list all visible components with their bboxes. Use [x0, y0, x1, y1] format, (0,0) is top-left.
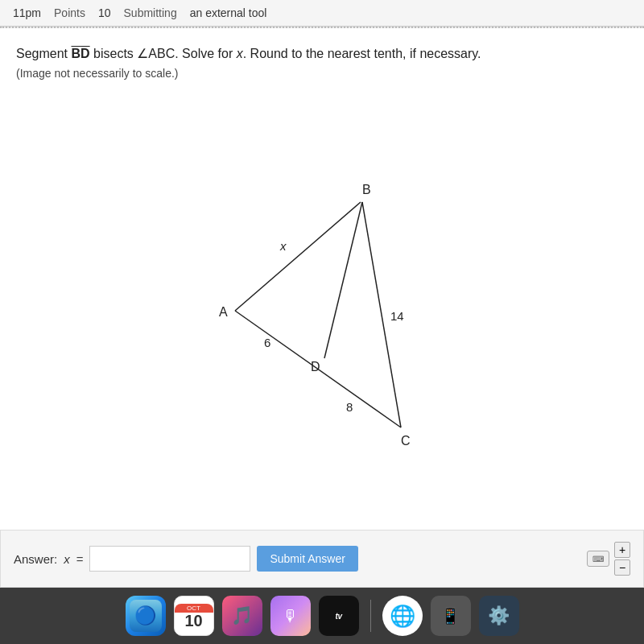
label-A: A	[219, 305, 228, 319]
angle-label: ∠ABC	[137, 47, 175, 60]
dock-browser[interactable]: 🌐	[382, 596, 423, 636]
calendar-date: 10	[184, 613, 202, 629]
label-C: C	[401, 434, 411, 448]
top-bar: 11pm Points 10 Submitting an external to…	[0, 0, 644, 27]
answer-variable: x	[64, 552, 70, 566]
dock-settings[interactable]: ⚙️	[479, 596, 519, 636]
dock-misc[interactable]: 📱	[431, 596, 471, 636]
svg-line-0	[235, 202, 361, 311]
answer-right: ⌨ + −	[587, 542, 630, 576]
solve-text: . Solve for	[175, 47, 236, 60]
submitting-value: an external tool	[190, 6, 267, 19]
points-value: 10	[98, 6, 111, 19]
settings-icon: ⚙️	[488, 605, 510, 626]
label-6: 6	[264, 336, 270, 349]
dock-music[interactable]: 🎵	[222, 596, 262, 636]
label-8: 8	[346, 400, 353, 414]
submitting-label: Submitting	[124, 6, 177, 19]
answer-left: Answer: x = Submit Answer	[14, 546, 358, 572]
label-B: B	[362, 183, 371, 196]
finder-icon: 🔵	[130, 600, 162, 632]
submit-button[interactable]: Submit Answer	[257, 546, 357, 572]
dock-podcast[interactable]: 🎙	[270, 596, 311, 636]
label-D: D	[311, 360, 320, 374]
dock-separator	[370, 600, 371, 632]
music-icon: 🎵	[231, 605, 253, 626]
calendar-month: OCT	[175, 604, 213, 613]
bisects-text: bisects	[90, 47, 138, 60]
zoom-controls: + −	[614, 542, 630, 576]
end-text: . Round to the nearest tenth, if necessa…	[243, 47, 481, 60]
answer-input[interactable]	[89, 546, 250, 572]
svg-line-3	[324, 202, 362, 358]
answer-label: Answer:	[14, 552, 57, 566]
label-x: x	[279, 239, 287, 253]
question-text: Segment BD bisects ∠ABC. Solve for x. Ro…	[16, 44, 628, 64]
misc-icon: 📱	[440, 606, 460, 625]
dock-tv[interactable]: tv	[319, 596, 359, 636]
label-14: 14	[390, 309, 404, 323]
main-content: Segment BD bisects ∠ABC. Solve for x. Ro…	[0, 28, 644, 588]
variable-x: x	[237, 47, 243, 60]
zoom-in-button[interactable]: +	[614, 542, 630, 558]
dock-bar: 🔵 OCT 10 🎵 🎙 tv 🌐 📱 ⚙️	[0, 588, 644, 644]
podcast-icon: 🎙	[283, 607, 299, 625]
browser-icon: 🌐	[390, 604, 415, 629]
zoom-out-button[interactable]: −	[614, 559, 630, 576]
dock-calendar[interactable]: OCT 10	[174, 596, 214, 636]
dock-finder[interactable]: 🔵	[126, 596, 166, 636]
segment-label: B	[71, 47, 80, 60]
keyboard-icon[interactable]: ⌨	[587, 551, 609, 567]
time-display: 11pm	[13, 6, 41, 19]
answer-area: Answer: x = Submit Answer ⌨ + −	[0, 530, 644, 588]
tv-icon: tv	[336, 612, 342, 621]
question-note: (Image not necessarily to scale.)	[16, 67, 628, 80]
geometry-diagram: A B C D x 6 8 14	[185, 155, 459, 461]
points-label: Points	[54, 6, 85, 19]
answer-equals: =	[76, 552, 84, 566]
segment-label-d: D	[80, 47, 90, 60]
diagram-area: A B C D x 6 8 14	[16, 86, 628, 530]
